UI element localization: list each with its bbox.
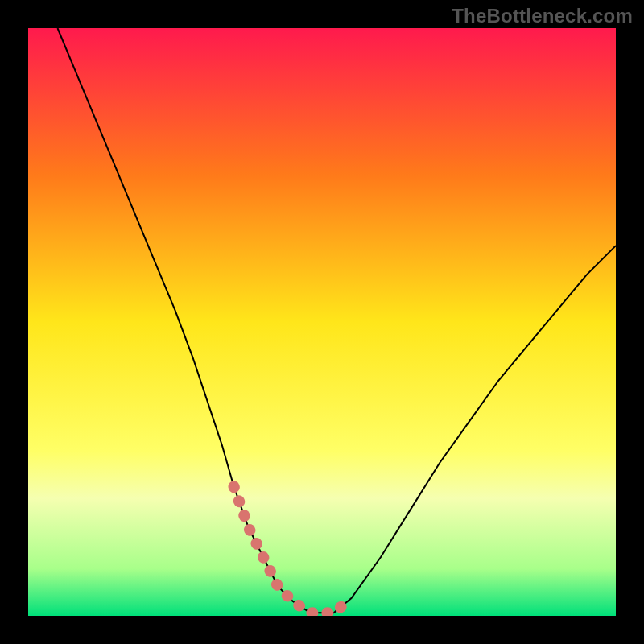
watermark-text: TheBottleneck.com bbox=[452, 5, 633, 27]
bottleneck-plot bbox=[28, 28, 616, 616]
chart-frame: TheBottleneck.com bbox=[0, 0, 644, 644]
gradient-rect bbox=[28, 28, 616, 616]
